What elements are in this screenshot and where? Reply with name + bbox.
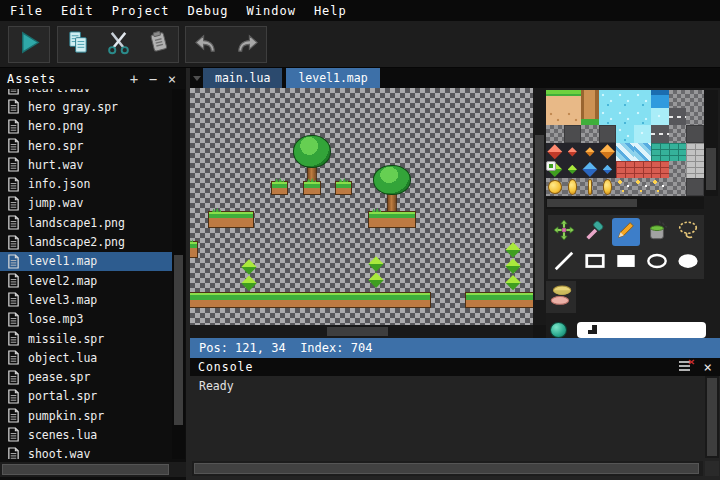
tile-brick-gray[interactable] [686,143,704,161]
assets-horizontal-scrollbar-thumb[interactable] [2,464,169,475]
tile-water[interactable] [599,90,617,108]
close-console-button[interactable]: × [704,360,712,374]
menu-item-help[interactable]: Help [305,4,356,18]
asset-item-landscape2-png[interactable]: landscape2.png [0,232,172,251]
tile-dark[interactable] [686,178,704,196]
asset-item-level1-map[interactable]: level1.map [0,252,172,271]
redo-button[interactable] [226,27,266,62]
clear-console-icon[interactable] [678,358,695,377]
asset-item-level3-map[interactable]: level3.map [0,290,172,309]
asset-item-hero-spr[interactable]: hero.spr [0,136,172,155]
tile-brick-red[interactable] [616,161,634,179]
tileset-vertical-scrollbar[interactable] [704,90,718,196]
tile-grass-dirt[interactable] [546,90,564,108]
tab-list-dropdown-button[interactable] [190,68,203,88]
tab-main-lua[interactable]: main.lua [203,68,282,88]
tileset-horizontal-scrollbar[interactable] [546,197,704,209]
eyedropper-tool[interactable] [581,218,609,246]
console-vertical-scrollbar-thumb[interactable] [707,378,717,456]
frame-preview-bar[interactable] [577,322,706,338]
pencil-tool[interactable] [612,218,640,246]
rect-filled-tool[interactable] [612,249,640,277]
eraser-tool[interactable] [546,281,576,313]
tile-empty[interactable] [546,125,564,143]
tile-spike-blue-sm[interactable] [599,161,617,179]
run-button[interactable] [9,27,49,62]
tile-coin-oval[interactable] [564,178,582,196]
tile-dark[interactable] [686,125,704,143]
asset-item-landscape1-png[interactable]: landscape1.png [0,213,172,232]
rect-outline-tool[interactable] [581,249,609,277]
tile-trunk-grass[interactable] [581,108,599,126]
tile-ice[interactable] [634,143,652,161]
tile-empty[interactable] [686,90,704,108]
fill-tool[interactable] [643,218,671,246]
close-panel-button[interactable]: × [165,72,179,86]
undo-button[interactable] [186,27,226,62]
tile-water[interactable] [634,108,652,126]
canvas-horizontal-scrollbar[interactable] [190,325,533,338]
canvas-horizontal-scrollbar-thumb[interactable] [327,327,388,336]
console-horizontal-scrollbar-thumb[interactable] [194,463,699,474]
copy-button[interactable] [58,27,98,62]
menu-item-window[interactable]: Window [238,4,305,18]
tile-spike-red[interactable] [546,143,564,161]
tile-empty[interactable] [669,161,687,179]
tile-water[interactable] [599,108,617,126]
tile-brick-teal[interactable] [669,143,687,161]
add-asset-button[interactable]: + [127,72,141,86]
tile-blue-top[interactable] [651,90,669,108]
tile-aqua[interactable] [651,108,669,126]
console-vertical-scrollbar[interactable] [705,376,719,458]
tile-spike-green-sm[interactable] [564,161,582,179]
assets-vertical-scrollbar-thumb[interactable] [174,255,183,425]
tile-sparkle[interactable] [634,178,652,196]
tile-sparkle[interactable] [616,178,634,196]
asset-item-shoot-wav[interactable]: shoot.wav [0,445,172,459]
sphere-thumbnail[interactable] [550,322,567,338]
tile-dirt[interactable] [546,108,564,126]
assets-vertical-scrollbar[interactable] [172,89,185,459]
asset-item-pease-spr[interactable]: pease.spr [0,367,172,386]
cut-button[interactable] [98,27,138,62]
tile-dark[interactable] [599,125,617,143]
asset-item-heart-wav[interactable]: heart.wav [0,89,172,97]
tile-grass-dirt[interactable] [564,90,582,108]
tile-spike-orange-sm[interactable] [581,143,599,161]
collapse-panel-button[interactable]: − [146,72,160,86]
tile-empty[interactable] [669,125,687,143]
menu-item-file[interactable]: File [10,4,52,18]
tile-dirt[interactable] [564,108,582,126]
asset-item-hurt-wav[interactable]: hurt.wav [0,155,172,174]
tile-spike-red-sm[interactable] [564,143,582,161]
tile-spike-blue[interactable] [581,161,599,179]
tile-empty[interactable] [686,108,704,126]
tileset-vertical-scrollbar-thumb[interactable] [706,148,716,190]
line-tool[interactable] [550,249,578,277]
tile-road[interactable] [651,125,669,143]
asset-item-object-lua[interactable]: object.lua [0,348,172,367]
asset-item-portal-spr[interactable]: portal.spr [0,387,172,406]
canvas-vertical-scrollbar-thumb[interactable] [535,135,544,300]
tile-water[interactable] [616,108,634,126]
tile-empty[interactable] [669,90,687,108]
tile-dark[interactable] [564,125,582,143]
tile-coin-oval[interactable] [599,178,617,196]
asset-item-info-json[interactable]: info.json [0,174,172,193]
ellipse-outline-tool[interactable] [643,249,671,277]
tile-spike-green[interactable] [546,161,564,179]
tile-water[interactable] [634,90,652,108]
move-tool[interactable] [550,218,578,246]
tile-spike-orange[interactable] [599,143,617,161]
asset-item-missile-spr[interactable]: missile.spr [0,329,172,348]
lasso-tool[interactable] [674,218,702,246]
console-horizontal-scrollbar[interactable] [192,461,703,476]
asset-item-lose-mp3[interactable]: lose.mp3 [0,310,172,329]
asset-item-hero-gray-spr[interactable]: hero gray.spr [0,97,172,116]
tile-ice[interactable] [616,143,634,161]
asset-item-level2-map[interactable]: level2.map [0,271,172,290]
assets-horizontal-scrollbar[interactable] [0,462,186,477]
asset-item-jump-wav[interactable]: jump.wav [0,194,172,213]
tile-coin-edge[interactable] [581,178,599,196]
tile-coin[interactable] [546,178,564,196]
